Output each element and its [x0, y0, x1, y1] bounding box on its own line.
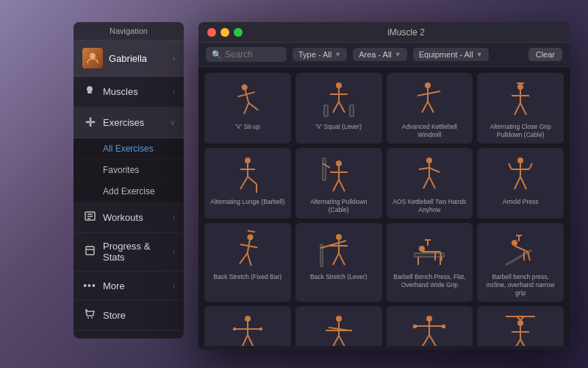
exercises-sub-menu: All Exercises Favorites Add Exercise — [74, 138, 184, 202]
svg-point-104 — [426, 316, 432, 322]
exercise-name: AOS Kettlebell Two Hands Anyhow — [391, 198, 469, 214]
exercise-figure — [313, 227, 365, 272]
exercise-figure — [222, 152, 273, 197]
exercise-name: 'V' Sit-up — [235, 123, 259, 131]
svg-rect-5 — [86, 247, 94, 255]
muscles-chevron-icon: › — [173, 88, 175, 96]
svg-line-45 — [339, 180, 345, 191]
sidebar-item-progress[interactable]: Progress & Stats › — [74, 233, 184, 272]
exercise-card[interactable]: Barbell Clean and Jerk — [387, 306, 473, 346]
svg-line-66 — [248, 230, 255, 232]
exercise-card[interactable]: 'V' Sit-up — [204, 73, 291, 144]
more-label: More — [103, 280, 173, 291]
equipment-label: Equipment - All — [419, 50, 473, 59]
svg-rect-46 — [323, 158, 326, 180]
exercise-card[interactable]: Barbell bench press, incline, overhand n… — [477, 223, 564, 302]
search-icon: 🔍 — [212, 50, 222, 60]
svg-rect-111 — [442, 325, 445, 328]
equipment-dropdown[interactable]: Equipment - All ▼ — [413, 48, 489, 61]
svg-line-50 — [419, 168, 429, 169]
user-avatar — [82, 48, 103, 68]
svg-line-101 — [333, 336, 339, 346]
window-toolbar: 🔍 Type - All ▼ Area - All ▼ Equipment - … — [198, 43, 570, 67]
sidebar-item-store[interactable]: Store — [74, 300, 184, 330]
sidebar-item-more[interactable]: ••• More › — [74, 272, 184, 300]
exercise-card[interactable]: Back Stretch (Fixed Bar) — [204, 223, 291, 302]
svg-line-20 — [339, 102, 345, 113]
exercise-figure — [313, 311, 365, 346]
exercise-card[interactable]: Alternating Close Grip Pulldown (Cable) — [477, 73, 564, 144]
exercise-figure — [495, 152, 546, 197]
svg-line-38 — [240, 177, 248, 189]
svg-line-59 — [509, 163, 512, 169]
exercise-figure — [404, 227, 455, 272]
svg-line-25 — [417, 91, 440, 96]
area-dropdown[interactable]: Area - All ▼ — [353, 48, 407, 61]
exercise-card[interactable]: AOS Kettlebell Two Hands Anyhow — [387, 148, 473, 219]
exercise-name: Barbell Bench Press, Flat, Overhand Wide… — [391, 273, 469, 289]
svg-point-16 — [336, 82, 342, 88]
minimize-button[interactable] — [220, 28, 229, 37]
exercises-label: Exercises — [103, 117, 170, 128]
store-icon — [82, 308, 97, 322]
exercise-card[interactable]: Alternating Pulldown (Cable) — [295, 148, 382, 219]
svg-point-77 — [419, 246, 425, 252]
sidebar-item-favorites[interactable]: Favorites — [74, 160, 184, 181]
svg-line-31 — [514, 103, 520, 115]
svg-line-53 — [429, 177, 435, 188]
svg-line-52 — [423, 177, 429, 188]
progress-label: Progress & Stats — [103, 241, 173, 263]
svg-point-9 — [87, 317, 89, 319]
exercise-name: Alternating Close Grip Pulldown (Cable) — [481, 123, 559, 139]
exercise-card[interactable]: Arnold Press — [477, 148, 564, 219]
sidebar-item-exercises[interactable]: ✛ Exercises ∨ — [74, 107, 184, 138]
workouts-icon — [82, 210, 97, 224]
clear-button[interactable]: Clear — [528, 48, 562, 61]
svg-line-94 — [248, 335, 254, 346]
sidebar-item-add-exercise[interactable]: Add Exercise — [74, 181, 184, 202]
nav-user-item[interactable]: Gabriella › — [74, 40, 184, 77]
window-titlebar: iMuscle 2 — [198, 22, 570, 43]
fullscreen-button[interactable] — [234, 28, 243, 37]
exercise-card[interactable]: Alternating Lunge (Barbell) — [204, 148, 291, 219]
svg-rect-21 — [324, 105, 328, 116]
svg-line-58 — [520, 177, 526, 189]
exercise-name: Arnold Press — [503, 198, 539, 206]
window-title: iMuscle 2 — [251, 27, 561, 38]
svg-line-44 — [333, 180, 339, 191]
type-dropdown[interactable]: Type - All ▼ — [293, 48, 347, 61]
exercise-card[interactable]: Barbell Bench Press, Flat, Overhand Wide… — [387, 223, 473, 302]
svg-point-113 — [517, 320, 523, 326]
exercise-card[interactable]: Barbell bench press, incline, underhand … — [204, 306, 291, 346]
exercise-grid-container[interactable]: 'V' Sit-up — [198, 67, 570, 346]
svg-line-107 — [422, 335, 429, 346]
store-label: Store — [103, 310, 175, 321]
exercise-card[interactable]: 'V' Squat (Lever) — [295, 73, 382, 144]
more-icon: ••• — [82, 280, 97, 291]
search-input[interactable] — [225, 49, 284, 60]
area-dropdown-arrow-icon: ▼ — [395, 51, 401, 58]
close-button[interactable] — [207, 28, 216, 37]
svg-line-27 — [428, 102, 434, 113]
exercise-card[interactable]: Advanced Kettlebell Windmill — [387, 73, 473, 144]
exercise-card[interactable]: Barbell clean — [295, 306, 382, 346]
exercise-figure — [313, 77, 365, 121]
exercise-card[interactable]: Barbell Clean, Hang — [477, 306, 564, 346]
sidebar-item-muscles[interactable]: Muscles › — [74, 77, 184, 107]
svg-line-73 — [339, 253, 345, 265]
exercise-card[interactable]: Back Stretch (Lever) — [295, 223, 382, 302]
exercise-grid: 'V' Sit-up — [204, 73, 564, 346]
svg-line-32 — [520, 103, 526, 115]
exercise-name: Advanced Kettlebell Windmill — [391, 123, 469, 139]
svg-point-48 — [426, 158, 432, 163]
search-box[interactable]: 🔍 — [206, 47, 287, 62]
workouts-chevron-icon: › — [173, 213, 175, 222]
svg-line-57 — [514, 177, 520, 189]
exercise-name: Alternating Pulldown (Cable) — [300, 198, 378, 214]
exercise-figure — [222, 77, 273, 121]
exercise-figure — [495, 311, 546, 346]
svg-line-12 — [245, 90, 249, 102]
sidebar-item-workouts[interactable]: Workouts › — [74, 202, 184, 233]
sidebar-item-all-exercises[interactable]: All Exercises — [74, 138, 184, 160]
svg-point-41 — [336, 160, 342, 166]
